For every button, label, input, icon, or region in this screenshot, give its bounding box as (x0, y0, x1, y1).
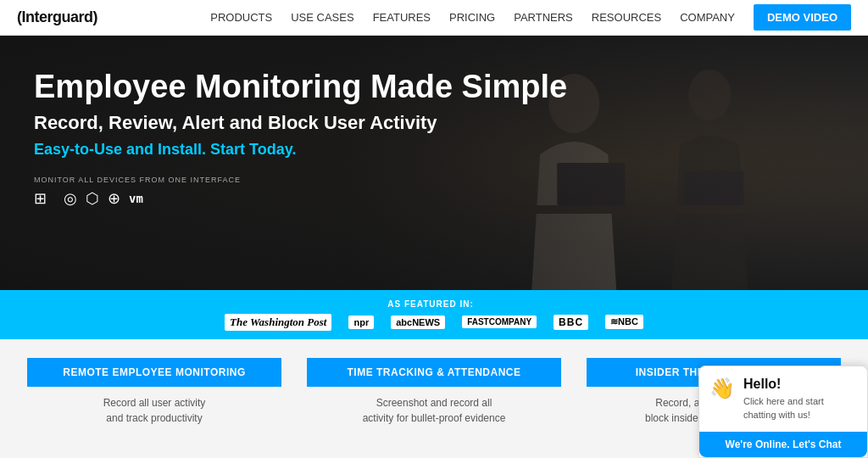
use-case-time-tracking: TIME TRACKING & ATTENDANCE Screenshot an… (307, 358, 561, 439)
nav-links: PRODUCTS USE CASES FEATURES PRICING PART… (210, 4, 851, 31)
chat-description: Click here and start chatting with us! (743, 395, 857, 422)
nav-partners[interactable]: PARTNERS (514, 11, 573, 24)
nav-company[interactable]: COMPANY (680, 11, 735, 24)
chat-wave-icon: 👋 (709, 377, 735, 400)
hero-tagline: Easy-to-Use and Install. Start Today. (34, 141, 834, 159)
nav-features[interactable]: FEATURES (373, 11, 431, 24)
hero-content: Employee Monitoring Made Simple Record, … (0, 36, 868, 242)
nav-pricing[interactable]: PRICING (449, 11, 495, 24)
bbc-logo: BBC (554, 315, 588, 330)
fast-company-logo: FASTCOMPANY (462, 316, 537, 328)
use-case-remote-monitoring: REMOTE EMPLOYEE MONITORING Record all us… (27, 358, 281, 439)
abc-news-logo: abcNEWS (391, 316, 445, 329)
hero-title: Employee Monitoring Made Simple (34, 70, 834, 105)
windows-icon: ⊞ (34, 189, 47, 208)
remote-monitoring-desc: Record all user activityand track produc… (103, 395, 206, 426)
hero-subtitle: Record, Review, Alert and Block User Act… (34, 112, 834, 134)
nbc-logo: ≋NBC (605, 315, 643, 329)
nav-products[interactable]: PRODUCTS (210, 11, 272, 24)
chat-online-button[interactable]: We're Online. Let's Chat (699, 432, 867, 457)
time-tracking-desc: Screenshot and record allactivity for bu… (363, 395, 506, 426)
nav-resources[interactable]: RESOURCES (592, 11, 661, 24)
site-logo[interactable]: (Interguard) (17, 8, 97, 26)
citrix-icon: ⊕ (108, 189, 120, 208)
android-icon: ⬡ (86, 189, 99, 208)
featured-bar: AS FEATURED IN: The Washington Post npr … (0, 290, 868, 339)
hero-section: Employee Monitoring Made Simple Record, … (0, 36, 868, 290)
remote-monitoring-button[interactable]: REMOTE EMPLOYEE MONITORING (27, 358, 281, 387)
featured-logos: The Washington Post npr abcNEWS FASTCOMP… (225, 314, 643, 331)
hero-monitor-label: MONITOR ALL DEVICES FROM ONE INTERFACE (34, 176, 834, 184)
vmware-icon: vm (129, 192, 143, 205)
featured-label: AS FEATURED IN: (387, 299, 473, 309)
time-tracking-button[interactable]: TIME TRACKING & ATTENDANCE (307, 358, 561, 387)
chat-hello-text: Hello! (743, 377, 857, 392)
chrome-icon: ◎ (64, 189, 77, 208)
hero-platform-icons: ⊞ ◎ ⬡ ⊕ vm (34, 189, 834, 208)
chat-text: Hello! Click here and start chatting wit… (743, 377, 857, 422)
demo-video-button[interactable]: DEMO VIDEO (754, 4, 851, 31)
washington-post-logo: The Washington Post (225, 314, 331, 331)
navbar: (Interguard) PRODUCTS USE CASES FEATURES… (0, 0, 868, 36)
nav-use-cases[interactable]: USE CASES (291, 11, 353, 24)
featured-inner: AS FEATURED IN: The Washington Post npr … (225, 299, 643, 331)
npr-logo: npr (348, 316, 374, 329)
chat-widget[interactable]: 👋 Hello! Click here and start chatting w… (698, 366, 868, 458)
chat-body: 👋 Hello! Click here and start chatting w… (699, 366, 867, 432)
